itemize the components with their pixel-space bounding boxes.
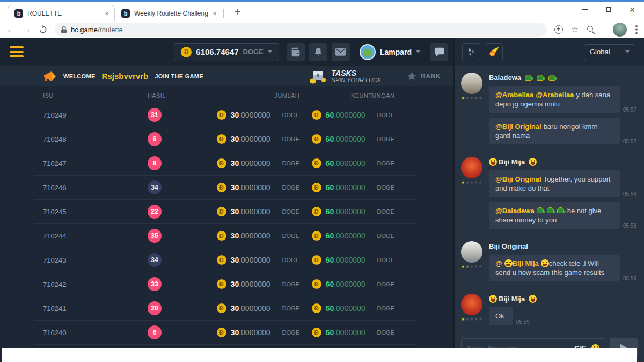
bet-amount-cell: Đ 30.0000000 DOGE [217, 134, 299, 144]
notifications-button[interactable] [309, 43, 327, 61]
mention[interactable]: @Arabellaa [495, 91, 533, 99]
chat-header: Đ Global [455, 38, 644, 66]
chat-username[interactable]: Biji Mija [489, 158, 636, 166]
browser-tab[interactable]: b ROULETTE × [8, 5, 115, 21]
chest-icon [309, 69, 326, 84]
new-tab-button[interactable]: + [230, 5, 244, 19]
smiley-emoji [541, 259, 549, 267]
mention[interactable]: @Biji Original [495, 122, 541, 131]
tasks-widget[interactable]: TASKS SPIN YOUR LUCK [309, 69, 382, 84]
browser-profile-avatar[interactable] [613, 23, 627, 37]
chat-message: @Biji Mijacheck tele ,i Will send u how … [489, 255, 636, 281]
url-field[interactable]: bc.game/roulette [55, 23, 547, 37]
table-row[interactable]: 710247 8 Đ 30.0000000 DOGE Đ 60.0000000 … [34, 151, 416, 176]
message-bubble: @Biji Mijacheck tele ,i Will send u how … [489, 255, 620, 281]
chat-username[interactable]: Biji Mija [489, 295, 636, 303]
turtle-emoji [548, 75, 557, 81]
mention[interactable]: @Arabellaa [536, 91, 574, 99]
chat-username[interactable]: Baladewa [489, 74, 636, 82]
message-group-left: ★★★★★ [460, 241, 484, 286]
profit-amount-cell: Đ 60.0000000 DOGE [312, 134, 394, 144]
welcome-prefix: WELCOME [63, 73, 96, 79]
message-group: ★★★★★ Biji Mija @Biji OriginalTogether, … [460, 157, 636, 234]
table-row[interactable]: 710241 20 Đ 30.0000000 DOGE Đ 60.0000000… [34, 296, 416, 321]
currency-label: DOGE [377, 281, 394, 287]
profit-amount-cell: Đ 60.0000000 DOGE [312, 255, 394, 265]
minimize-button[interactable] [573, 2, 597, 17]
reload-button[interactable] [39, 25, 47, 34]
chat-username[interactable]: Biji Original [489, 242, 636, 250]
column-header: JUMLAH [275, 92, 299, 99]
avatar[interactable] [461, 73, 482, 94]
tab-close-icon[interactable]: × [213, 10, 217, 17]
currency-label: DOGE [377, 184, 394, 191]
browser-menu-icon[interactable] [635, 25, 638, 34]
bet-amount-cell: Đ 30.0000000 DOGE [217, 158, 299, 168]
bet-amount-cell: Đ 30.0000000 DOGE [217, 255, 299, 265]
mention[interactable]: @Biji Original [495, 175, 541, 183]
divider [223, 9, 224, 18]
turtle-emoji [557, 207, 566, 214]
currency-label: DOGE [377, 233, 394, 239]
result-badge: 6 [148, 325, 162, 339]
tab-close-icon[interactable]: × [105, 10, 109, 17]
doge-coin-icon: Đ [217, 255, 226, 265]
currency-label: DOGE [377, 160, 394, 166]
result-badge: 31 [148, 108, 162, 122]
close-button[interactable]: × [620, 2, 644, 17]
bookmark-star-icon[interactable]: ☆ [572, 25, 579, 34]
coindrop-button[interactable]: Đ [485, 43, 503, 61]
issue-cell: 710241 [43, 305, 148, 313]
table-row[interactable]: 710240 6 Đ 30.0000000 DOGE Đ 60.0000000 … [34, 321, 416, 345]
site-navbar: Đ 6106.74647 DOGE Lampard [0, 38, 453, 66]
avatar[interactable] [461, 294, 482, 315]
table-row[interactable]: 710248 6 Đ 30.0000000 DOGE Đ 60.0000000 … [34, 127, 416, 151]
avatar[interactable] [461, 157, 482, 178]
main-content: Đ 6106.74647 DOGE Lampard [0, 38, 453, 362]
wallet-button[interactable] [287, 43, 305, 61]
bet-amount-cell: Đ 30.0000000 DOGE [217, 110, 299, 120]
table-row[interactable]: 710243 34 Đ 30.0000000 DOGE Đ 60.0000000… [34, 248, 416, 272]
bet-amount-cell: Đ 30.0000000 DOGE [217, 279, 299, 289]
chat-toggle-button[interactable] [430, 43, 448, 61]
rank-widget[interactable]: RANK [407, 71, 441, 81]
channel-label: Global [590, 48, 610, 56]
channel-select[interactable]: Global [584, 44, 635, 60]
mention[interactable]: @ [495, 259, 502, 267]
mention[interactable]: @Baladewa [495, 207, 535, 215]
maximize-button[interactable] [597, 2, 620, 17]
bottom-white-strip [2, 348, 637, 362]
result-badge: 33 [148, 277, 162, 291]
back-button[interactable]: ← [6, 25, 15, 34]
table-row[interactable]: 710242 33 Đ 30.0000000 DOGE Đ 60.0000000… [34, 272, 416, 296]
table-row[interactable]: 710245 22 Đ 30.0000000 DOGE Đ 60.0000000… [34, 200, 416, 224]
browser-tab[interactable]: b Weekly Roulette Challenge - Win × [115, 5, 222, 21]
timestamp: 05:57 [623, 139, 636, 144]
user-menu[interactable]: Lampard [360, 44, 420, 60]
result-badge: 35 [148, 229, 162, 243]
currency-label: DOGE [282, 208, 299, 215]
rank-star-icon [407, 71, 417, 81]
forward-button[interactable]: → [23, 25, 31, 34]
messages-button[interactable] [332, 43, 350, 61]
column-header: ISU [43, 92, 148, 99]
table-row[interactable]: 710246 34 Đ 30.0000000 DOGE Đ 60.0000000… [34, 176, 416, 200]
table-row[interactable]: 710244 35 Đ 30.0000000 DOGE Đ 60.0000000… [34, 224, 416, 248]
result-badge: 34 [148, 253, 162, 267]
chat-message: Ok 05:59 [489, 307, 636, 325]
lock-icon [61, 26, 67, 33]
rain-button[interactable] [462, 43, 480, 61]
mention[interactable]: Biji Mija [513, 259, 539, 267]
search-icon[interactable] [587, 26, 595, 34]
star-rating: ★★★★★ [461, 265, 482, 269]
table-body: 710249 31 Đ 30.0000000 DOGE Đ 60.0000000… [34, 103, 416, 345]
hamburger-menu[interactable] [10, 46, 24, 57]
avatar[interactable] [461, 241, 482, 263]
results-table: ISUHASILJUMLAHKEUNTUNGAN 710249 31 Đ 30.… [34, 88, 416, 345]
maximize-icon [606, 7, 611, 12]
balance-pill[interactable]: Đ 6106.74647 DOGE [174, 43, 279, 61]
table-row[interactable]: 710249 31 Đ 30.0000000 DOGE Đ 60.0000000… [34, 103, 416, 127]
result-badge: 8 [148, 156, 162, 170]
result-badge: 20 [148, 301, 162, 315]
circle-plus-icon[interactable]: + [554, 25, 563, 34]
